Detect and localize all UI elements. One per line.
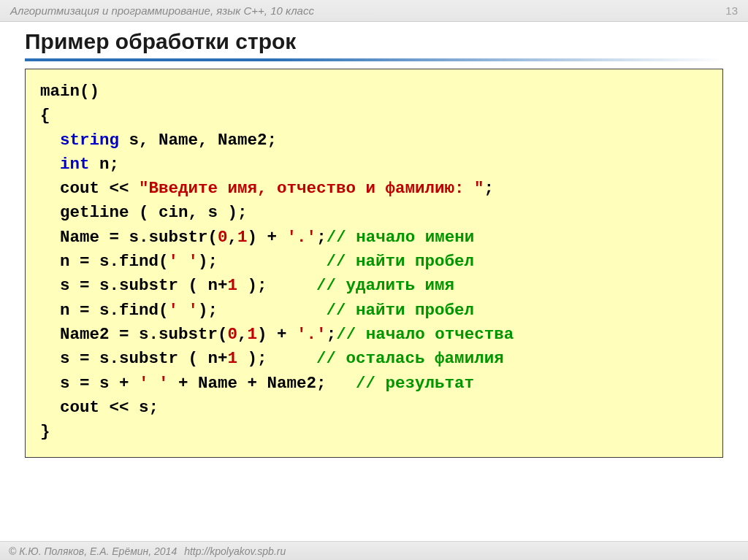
footer-copyright: © К.Ю. Поляков, Е.А. Ерёмин, 2014 <box>9 545 177 557</box>
code-text: s, Name, Name2; <box>119 131 277 150</box>
page-number: 13 <box>725 4 738 17</box>
number-literal: 1 <box>228 276 238 295</box>
string-literal: "Введите имя, отчество и фамилию: " <box>139 179 484 198</box>
code-text: s = s.substr ( n+ <box>40 276 228 295</box>
number-literal: 1 <box>228 349 238 368</box>
code-text: , <box>228 228 238 247</box>
code-text: Name = s.substr( <box>40 228 218 247</box>
code-text: ); <box>198 301 327 320</box>
char-literal: ' ' <box>169 252 199 271</box>
keyword-int: int <box>60 155 90 174</box>
keyword-string: string <box>60 131 119 150</box>
header-subtitle: Алгоритмизация и программирование, язык … <box>10 4 314 17</box>
code-text: cout << <box>40 179 139 198</box>
comment: // начало имени <box>327 228 475 247</box>
code-line: } <box>40 422 50 441</box>
code-line: getline ( cin, s ); <box>40 203 248 222</box>
slide-header: Алгоритмизация и программирование, язык … <box>0 0 748 22</box>
comment: // осталась фамилия <box>316 349 504 368</box>
number-literal: 1 <box>237 228 248 247</box>
code-text: Name2 = s.substr( <box>40 325 228 344</box>
code-text: ; <box>316 228 327 247</box>
code-text: ); <box>237 276 316 295</box>
comment: // начало отчества <box>336 325 514 344</box>
code-text: ); <box>198 252 327 271</box>
code-text: s = s.substr ( n+ <box>40 349 228 368</box>
code-text: ; <box>484 179 495 198</box>
code-line: { <box>40 106 50 125</box>
code-text: n; <box>90 155 120 174</box>
comment: // найти пробел <box>327 301 475 320</box>
code-text: ) + <box>257 325 297 344</box>
char-literal: ' ' <box>139 374 169 393</box>
code-text: s = s + <box>40 374 139 393</box>
title-divider <box>25 58 723 61</box>
code-line: cout << s; <box>40 398 159 417</box>
slide-footer: © К.Ю. Поляков, Е.А. Ерёмин, 2014 http:/… <box>0 541 748 560</box>
char-literal: ' ' <box>169 301 199 320</box>
code-text: ); <box>237 349 316 368</box>
number-literal: 0 <box>228 325 238 344</box>
code-text: , <box>237 325 248 344</box>
code-text: n = s.find( <box>40 252 169 271</box>
number-literal: 1 <box>248 325 258 344</box>
code-block: main() { string s, Name, Name2; int n; c… <box>25 69 723 458</box>
char-literal: '.' <box>287 228 317 247</box>
code-line: main() <box>40 82 99 101</box>
code-text: + Name + Name2; <box>169 374 356 393</box>
char-literal: '.' <box>297 325 327 344</box>
comment: // найти пробел <box>327 252 475 271</box>
page-title: Пример обработки строк <box>25 29 723 54</box>
code-text: n = s.find( <box>40 301 169 320</box>
code-text: ; <box>327 325 337 344</box>
code-text: ) + <box>248 228 287 247</box>
comment: // результат <box>356 374 474 393</box>
number-literal: 0 <box>218 228 228 247</box>
comment: // удалить имя <box>316 276 454 295</box>
footer-url: http://kpolyakov.spb.ru <box>184 545 286 557</box>
